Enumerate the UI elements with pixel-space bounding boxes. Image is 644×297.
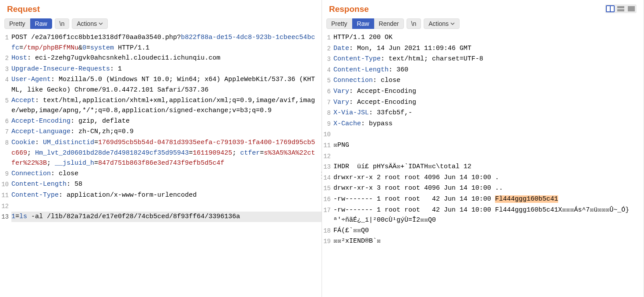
line-content[interactable]: Upgrade-Insecure-Requests: 1 (11, 64, 322, 74)
request-line[interactable]: 11Content-Type: application/x-www-form-u… (0, 190, 322, 201)
request-line[interactable]: 2Host: eci-2zehg7ugvk0ahcsnkehl.cloudeci… (0, 53, 322, 64)
newline-toggle-response[interactable]: \n (407, 18, 421, 29)
layout-split-vertical-icon[interactable] (606, 5, 615, 12)
response-line[interactable]: 8X-Via-JSL: 33fcb5f,- (322, 108, 644, 119)
code-segment: -al /l1b/82a71a2d/e17e0f28/74cb5ced/8f93… (27, 213, 240, 220)
request-line[interactable]: 131=ls -al /l1b/82a71a2d/e17e0f28/74cb5c… (0, 212, 322, 223)
line-number: 8 (322, 108, 333, 119)
response-line[interactable]: 12 (322, 151, 644, 162)
code-segment: : 360 (389, 66, 408, 74)
request-code[interactable]: 1POST /e2a7106f1cc8bb1e1318df70aa0a3540.… (0, 32, 322, 297)
code-segment: Connection (11, 170, 51, 177)
line-number: 6 (0, 116, 11, 127)
tab-pretty-response[interactable]: Pretty (326, 18, 352, 29)
response-line[interactable]: 15drwxr-xr-x 3 root root 4096 Jun 14 10:… (322, 183, 644, 194)
line-number: 4 (322, 65, 333, 76)
request-line[interactable]: 5Accept: text/html,application/xhtml+xml… (0, 95, 322, 116)
response-line[interactable]: 14drwxr-xr-x 2 root root 4096 Jun 14 10:… (322, 173, 644, 184)
newline-toggle-request[interactable]: \n (55, 18, 70, 29)
response-line[interactable]: 10 (322, 129, 644, 140)
response-line[interactable]: 17-rw------- 1 root root 42 Jun 14 10:00… (322, 205, 644, 226)
response-line[interactable]: 11☒PNG (322, 140, 644, 151)
line-content[interactable]: Connection: close (11, 169, 322, 179)
response-code[interactable]: 1HTTP/1.1 200 OK2Date: Mon, 14 Jun 2021 … (322, 32, 644, 297)
code-segment: system (90, 44, 114, 52)
line-content[interactable]: Vary: Accept-Encoding (333, 86, 644, 97)
response-line[interactable]: 13IHDR üí£ pHYsÄÄ☒+`IDATH☒c\total 12 (322, 162, 644, 173)
actions-button-request[interactable]: Actions (72, 18, 108, 29)
line-number: 11 (0, 190, 11, 201)
request-view-tabs: Pretty Raw (4, 18, 52, 29)
line-content[interactable]: -rw------- 1 root root 42 Jun 14 10:00 F… (333, 194, 644, 205)
request-line[interactable]: 6Accept-Encoding: gzip, deflate (0, 116, 322, 127)
line-content[interactable]: 1=ls -al /l1b/82a71a2d/e17e0f28/74cb5ced… (11, 212, 322, 222)
response-line[interactable]: 3Content-Type: text/html; charset=UTF-8 (322, 54, 644, 65)
line-content[interactable]: -rw------- 1 root root 42 Jun 14 10:00 F… (333, 205, 644, 226)
line-content[interactable]: Content-Type: application/x-www-form-url… (11, 190, 322, 201)
response-line[interactable]: 4Content-Length: 360 (322, 65, 644, 76)
line-number: 14 (322, 173, 333, 184)
tab-pretty-request[interactable]: Pretty (4, 18, 30, 29)
code-segment: Accept-Language (11, 128, 71, 135)
layout-single-icon[interactable] (627, 5, 636, 12)
line-content[interactable]: Cookie: UM_distinctid=1769d95cb5b54d-047… (11, 138, 322, 169)
code-segment: -rw------- 1 root root 42 Jun 14 10:00 (333, 195, 495, 203)
line-content[interactable]: IHDR üí£ pHYsÄÄ☒+`IDATH☒c\total 12 (333, 162, 644, 172)
line-content[interactable]: ☒☒²xIEND®B`☒ (333, 236, 644, 247)
line-content[interactable]: drwxr-xr-x 2 root root 4096 Jun 14 10:00… (333, 173, 644, 183)
line-content[interactable]: Content-Length: 360 (333, 65, 644, 75)
code-segment: ☒PNG (333, 141, 349, 149)
line-number: 3 (322, 54, 333, 65)
line-content[interactable]: Connection: close (333, 75, 644, 86)
code-segment: : Accept-Encoding (349, 99, 416, 106)
line-content[interactable]: Accept: text/html,application/xhtml+xml,… (11, 95, 322, 116)
request-line[interactable]: 10Content-Length: 58 (0, 179, 322, 190)
tab-raw-response[interactable]: Raw (352, 18, 374, 29)
line-content[interactable]: POST /e2a7106f1cc8bb1e1318df70aa0a3540.p… (11, 32, 322, 53)
actions-button-response[interactable]: Actions (424, 18, 460, 29)
request-line[interactable]: 8Cookie: UM_distinctid=1769d95cb5b54d-04… (0, 138, 322, 169)
response-line[interactable]: 6Vary: Accept-Encoding (322, 86, 644, 97)
code-segment: = (189, 149, 193, 157)
line-content[interactable]: Content-Type: text/html; charset=UTF-8 (333, 54, 644, 64)
line-content[interactable]: X-Via-JSL: 33fcb5f,- (333, 108, 644, 118)
response-toolbar: Pretty Raw Render \n Actions (322, 16, 644, 32)
panel-resize-handle[interactable] (320, 171, 323, 180)
code-segment: = (94, 159, 98, 167)
line-content[interactable]: Date: Mon, 14 Jun 2021 11:09:46 GMT (333, 43, 644, 54)
line-content[interactable]: FÁ(£`☒☒Q0 (333, 226, 644, 236)
response-line[interactable]: 19☒☒²xIEND®B`☒ (322, 236, 644, 247)
response-line[interactable]: 1HTTP/1.1 200 OK (322, 32, 644, 43)
line-number: 1 (322, 32, 333, 43)
request-line[interactable]: 9Connection: close (0, 169, 322, 180)
request-line[interactable]: 7Accept-Language: zh-CN,zh;q=0.9 (0, 127, 322, 138)
code-segment: Fl444ggg160b5c41 (495, 195, 558, 203)
response-line[interactable]: 18FÁ(£`☒☒Q0 (322, 226, 644, 237)
line-content[interactable]: Vary: Accept-Encoding (333, 97, 644, 108)
response-line[interactable]: 9X-Cache: bypass (322, 119, 644, 130)
response-line[interactable]: 2Date: Mon, 14 Jun 2021 11:09:46 GMT (322, 43, 644, 54)
code-segment: : (35, 139, 43, 146)
line-content[interactable]: Host: eci-2zehg7ugvk0ahcsnkehl.cloudeci1… (11, 53, 322, 64)
code-segment: drwxr-xr-x 3 root root 4096 Jun 14 10:00… (333, 184, 503, 192)
request-line[interactable]: 12 (0, 201, 322, 212)
response-line[interactable]: 7Vary: Accept-Encoding (322, 97, 644, 108)
tab-raw-request[interactable]: Raw (30, 18, 52, 29)
line-content[interactable]: User-Agent: Mozilla/5.0 (Windows NT 10.0… (11, 74, 322, 95)
line-content[interactable]: HTTP/1.1 200 OK (333, 32, 644, 43)
tab-render-response[interactable]: Render (374, 18, 404, 29)
response-line[interactable]: 5Connection: close (322, 75, 644, 86)
line-content[interactable]: X-Cache: bypass (333, 119, 644, 129)
code-segment: = (86, 44, 90, 52)
layout-split-horizontal-icon[interactable] (616, 5, 625, 12)
response-line[interactable]: 16-rw------- 1 root root 42 Jun 14 10:00… (322, 194, 644, 205)
request-line[interactable]: 1POST /e2a7106f1cc8bb1e1318df70aa0a3540.… (0, 32, 322, 53)
line-content[interactable]: Content-Length: 58 (11, 179, 322, 190)
request-line[interactable]: 4User-Agent: Mozilla/5.0 (Windows NT 10.… (0, 74, 322, 95)
line-content[interactable]: ☒PNG (333, 140, 644, 151)
line-content[interactable]: Accept-Language: zh-CN,zh;q=0.9 (11, 127, 322, 137)
request-line[interactable]: 3Upgrade-Insecure-Requests: 1 (0, 64, 322, 75)
code-segment: POST /e2a7106f1cc8bb1e1318df70aa0a3540.p… (11, 34, 181, 41)
line-content[interactable]: Accept-Encoding: gzip, deflate (11, 116, 322, 127)
line-content[interactable]: drwxr-xr-x 3 root root 4096 Jun 14 10:00… (333, 183, 644, 194)
